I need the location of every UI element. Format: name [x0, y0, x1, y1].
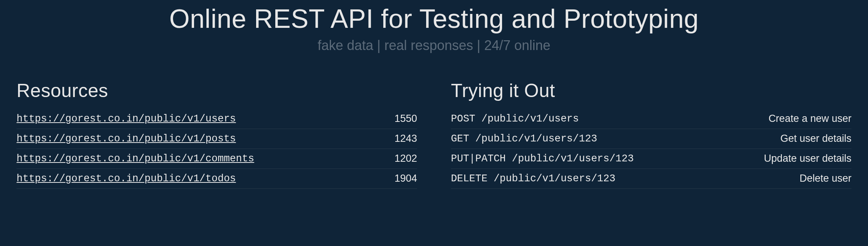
trying-heading: Trying it Out — [451, 80, 851, 102]
endpoint-delete-user: DELETE /public/v1/users/123 — [451, 173, 615, 184]
resource-row: https://gorest.co.in/public/v1/users 155… — [17, 113, 417, 129]
resource-row: https://gorest.co.in/public/v1/todos 190… — [17, 169, 417, 189]
resource-link-users[interactable]: https://gorest.co.in/public/v1/users — [17, 113, 236, 125]
endpoint-post-users: POST /public/v1/users — [451, 113, 579, 125]
resource-count: 1202 — [395, 153, 417, 164]
resource-row: https://gorest.co.in/public/v1/posts 124… — [17, 129, 417, 149]
resource-count: 1904 — [395, 173, 417, 184]
endpoint-row: DELETE /public/v1/users/123 Delete user — [451, 169, 851, 189]
endpoint-row: POST /public/v1/users Create a new user — [451, 113, 851, 129]
endpoint-desc: Update user details — [764, 153, 851, 164]
trying-column: Trying it Out POST /public/v1/users Crea… — [451, 80, 851, 189]
resource-count: 1550 — [395, 113, 417, 125]
endpoint-row: GET /public/v1/users/123 Get user detail… — [451, 129, 851, 149]
endpoint-desc: Delete user — [800, 173, 851, 184]
resource-link-comments[interactable]: https://gorest.co.in/public/v1/comments — [17, 153, 254, 164]
hero-section: Online REST API for Testing and Prototyp… — [0, 0, 868, 68]
resource-count: 1243 — [395, 133, 417, 144]
endpoint-row: PUT|PATCH /public/v1/users/123 Update us… — [451, 149, 851, 169]
endpoint-desc: Create a new user — [768, 113, 851, 125]
resources-column: Resources https://gorest.co.in/public/v1… — [17, 80, 417, 189]
content-columns: Resources https://gorest.co.in/public/v1… — [0, 68, 868, 189]
endpoint-get-user: GET /public/v1/users/123 — [451, 133, 597, 144]
resources-heading: Resources — [17, 80, 417, 102]
endpoint-put-user: PUT|PATCH /public/v1/users/123 — [451, 153, 634, 164]
endpoint-desc: Get user details — [780, 133, 851, 144]
resource-link-todos[interactable]: https://gorest.co.in/public/v1/todos — [17, 173, 236, 184]
page-title: Online REST API for Testing and Prototyp… — [0, 4, 868, 34]
page-subtitle: fake data | real responses | 24/7 online — [0, 38, 868, 53]
resource-row: https://gorest.co.in/public/v1/comments … — [17, 149, 417, 169]
resource-link-posts[interactable]: https://gorest.co.in/public/v1/posts — [17, 133, 236, 144]
